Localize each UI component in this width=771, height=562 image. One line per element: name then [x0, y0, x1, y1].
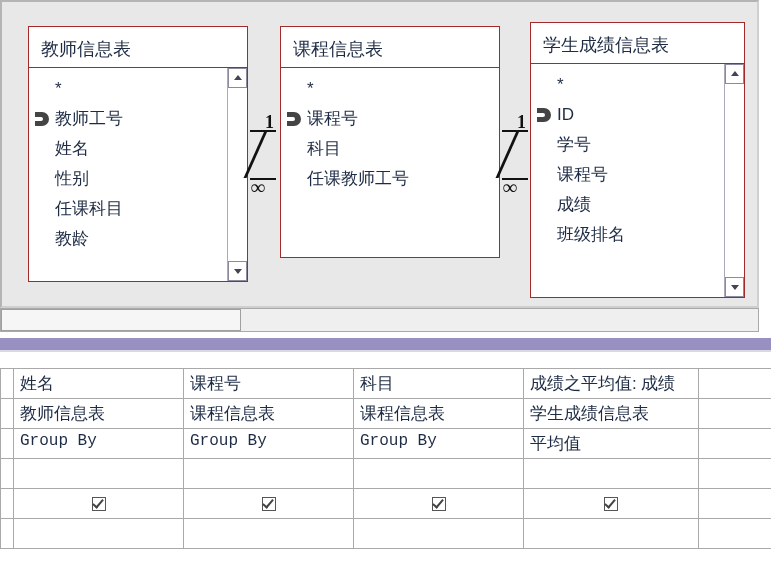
- grid-row-table: 教师信息表 课程信息表 课程信息表 学生成绩信息表: [0, 399, 771, 429]
- field[interactable]: 学号: [557, 130, 726, 160]
- horizontal-scrollbar[interactable]: [0, 308, 759, 332]
- grid-cell-criteria[interactable]: [184, 519, 354, 549]
- field[interactable]: 任课教师工号: [307, 164, 481, 194]
- cardinality-many: ∞: [250, 178, 276, 194]
- grid-cell-total[interactable]: Group By: [184, 429, 354, 459]
- grid-cell-table[interactable]: 课程信息表: [184, 399, 354, 429]
- grid-cell-field[interactable]: 课程号: [184, 369, 354, 399]
- grid-row-field: 姓名 课程号 科目 成绩之平均值: 成绩: [0, 369, 771, 399]
- grid-cell[interactable]: [699, 459, 771, 489]
- field[interactable]: 教师工号: [55, 104, 229, 134]
- pane-separator[interactable]: [0, 338, 771, 352]
- grid-cell-sort[interactable]: [184, 459, 354, 489]
- link-line-icon: [506, 132, 526, 178]
- grid-cell-criteria[interactable]: [14, 519, 184, 549]
- field[interactable]: ID: [557, 100, 726, 130]
- grid-row-show: [0, 489, 771, 519]
- field[interactable]: 姓名: [55, 134, 229, 164]
- grid-cell-table[interactable]: 教师信息表: [14, 399, 184, 429]
- relationship-link[interactable]: 1 ∞: [502, 114, 528, 194]
- table-title: 课程信息表: [281, 27, 499, 68]
- row-selector[interactable]: [0, 369, 14, 399]
- grid-cell-table[interactable]: 学生成绩信息表: [524, 399, 699, 429]
- grid-cell[interactable]: [699, 489, 771, 519]
- field[interactable]: 班级排名: [557, 220, 726, 250]
- cardinality-one: 1: [502, 114, 528, 132]
- row-selector[interactable]: [0, 399, 14, 429]
- scrollbar[interactable]: [724, 64, 744, 297]
- field-star[interactable]: *: [307, 74, 481, 104]
- table-course[interactable]: 课程信息表 * 课程号 科目 任课教师工号: [280, 26, 500, 258]
- relationship-pane: 教师信息表 * 教师工号 姓名 性别 任课科目 教龄 课程信息表: [0, 0, 759, 308]
- grid-cell-field[interactable]: 科目: [354, 369, 524, 399]
- grid-cell-total[interactable]: Group By: [354, 429, 524, 459]
- scroll-up-icon[interactable]: [725, 64, 744, 84]
- row-selector[interactable]: [0, 489, 14, 519]
- grid-cell-table[interactable]: 课程信息表: [354, 399, 524, 429]
- grid-cell-show[interactable]: [354, 489, 524, 519]
- relationship-link[interactable]: 1 ∞: [250, 114, 276, 194]
- field[interactable]: 性别: [55, 164, 229, 194]
- grid-row-total: Group By Group By Group By 平均值: [0, 429, 771, 459]
- field[interactable]: 任课科目: [55, 194, 229, 224]
- show-checkbox[interactable]: [432, 497, 446, 511]
- cardinality-many: ∞: [502, 178, 528, 194]
- grid-cell[interactable]: [699, 369, 771, 399]
- grid-cell-show[interactable]: [14, 489, 184, 519]
- grid-cell-show[interactable]: [184, 489, 354, 519]
- grid-cell-field[interactable]: 成绩之平均值: 成绩: [524, 369, 699, 399]
- scroll-down-icon[interactable]: [228, 261, 247, 281]
- grid-cell-sort[interactable]: [14, 459, 184, 489]
- grid-cell-criteria[interactable]: [524, 519, 699, 549]
- grid-cell-field[interactable]: 姓名: [14, 369, 184, 399]
- show-checkbox[interactable]: [262, 497, 276, 511]
- grid-cell-total[interactable]: Group By: [14, 429, 184, 459]
- query-design-grid: 姓名 课程号 科目 成绩之平均值: 成绩 教师信息表 课程信息表 课程信息表 学…: [0, 368, 771, 549]
- grid-cell[interactable]: [699, 429, 771, 459]
- field-list: * ID 学号 课程号 成绩 班级排名: [557, 70, 726, 250]
- field-star[interactable]: *: [55, 74, 229, 104]
- grid-cell-sort[interactable]: [354, 459, 524, 489]
- field-star[interactable]: *: [557, 70, 726, 100]
- field-list: * 课程号 科目 任课教师工号: [307, 74, 481, 194]
- grid-cell-criteria[interactable]: [354, 519, 524, 549]
- grid-cell-sort[interactable]: [524, 459, 699, 489]
- show-checkbox[interactable]: [92, 497, 106, 511]
- table-title: 教师信息表: [29, 27, 247, 68]
- grid-cell-show[interactable]: [524, 489, 699, 519]
- field[interactable]: 教龄: [55, 224, 229, 254]
- row-selector[interactable]: [0, 519, 14, 549]
- table-teacher[interactable]: 教师信息表 * 教师工号 姓名 性别 任课科目 教龄: [28, 26, 248, 282]
- field[interactable]: 课程号: [307, 104, 481, 134]
- field-list: * 教师工号 姓名 性别 任课科目 教龄: [55, 74, 229, 254]
- grid-row-criteria: [0, 519, 771, 549]
- cardinality-one: 1: [250, 114, 276, 132]
- grid-row-sort: [0, 459, 771, 489]
- show-checkbox[interactable]: [604, 497, 618, 511]
- field[interactable]: 科目: [307, 134, 481, 164]
- row-selector[interactable]: [0, 459, 14, 489]
- link-line-icon: [254, 132, 274, 178]
- field[interactable]: 成绩: [557, 190, 726, 220]
- scrollbar-thumb[interactable]: [1, 309, 241, 331]
- table-score[interactable]: 学生成绩信息表 * ID 学号 课程号 成绩 班级排名: [530, 22, 745, 298]
- scroll-down-icon[interactable]: [725, 277, 744, 297]
- table-title: 学生成绩信息表: [531, 23, 744, 64]
- field[interactable]: 课程号: [557, 160, 726, 190]
- grid-cell[interactable]: [699, 519, 771, 549]
- grid-cell-total[interactable]: 平均值: [524, 429, 699, 459]
- row-selector[interactable]: [0, 429, 14, 459]
- scroll-up-icon[interactable]: [228, 68, 247, 88]
- grid-cell[interactable]: [699, 399, 771, 429]
